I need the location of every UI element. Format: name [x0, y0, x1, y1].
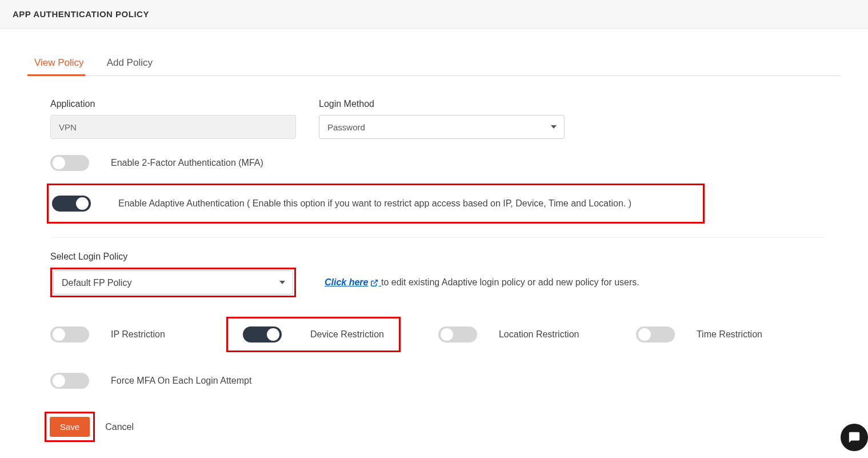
force-mfa-toggle[interactable]	[50, 373, 89, 389]
adaptive-toggle[interactable]	[52, 196, 91, 212]
device-restriction-label: Device Restriction	[310, 329, 384, 340]
login-policy-select[interactable]: Default FP Policy	[53, 270, 293, 294]
location-restriction-toggle[interactable]	[438, 326, 477, 342]
adaptive-highlight: Enable Adaptive Authentication ( Enable …	[47, 184, 705, 224]
external-link-icon	[370, 279, 378, 287]
tab-view-policy[interactable]: View Policy	[27, 51, 100, 75]
policy-link-text: Click here to edit existing Adaptive log…	[325, 277, 639, 288]
ip-restriction-toggle[interactable]	[50, 326, 89, 342]
mfa-toggle-label: Enable 2-Factor Authentication (MFA)	[111, 158, 263, 168]
chat-widget[interactable]	[841, 424, 868, 451]
device-restriction-highlight: Device Restriction	[226, 317, 401, 352]
cancel-button[interactable]: Cancel	[105, 422, 134, 432]
click-here-link[interactable]: Click here	[325, 277, 381, 287]
login-method-label: Login Method	[319, 99, 565, 109]
ip-restriction-label: IP Restriction	[111, 329, 165, 340]
login-method-select[interactable]: Password	[319, 115, 565, 139]
select-login-policy-label: Select Login Policy	[50, 252, 825, 262]
time-restriction-label: Time Restriction	[697, 329, 762, 340]
save-button[interactable]: Save	[50, 417, 90, 437]
svg-line-0	[374, 280, 377, 284]
tabs: View Policy Add Policy	[27, 51, 841, 76]
section-divider	[50, 237, 825, 238]
page-title: APP AUTHENTICATION POLICY	[13, 9, 855, 19]
form-section: Application Login Method Password Enable…	[27, 99, 841, 442]
login-policy-highlight: Default FP Policy	[50, 268, 296, 297]
page-header: APP AUTHENTICATION POLICY	[0, 0, 868, 29]
tab-add-policy[interactable]: Add Policy	[100, 51, 169, 75]
save-highlight: Save	[45, 412, 95, 442]
mfa-toggle[interactable]	[50, 155, 89, 171]
location-restriction-label: Location Restriction	[499, 329, 579, 340]
content-area: View Policy Add Policy Application Login…	[0, 29, 868, 458]
application-input[interactable]	[50, 115, 296, 139]
chat-icon	[848, 431, 861, 444]
device-restriction-toggle[interactable]	[243, 326, 282, 342]
adaptive-toggle-label: Enable Adaptive Authentication ( Enable …	[118, 198, 631, 209]
force-mfa-label: Force MFA On Each Login Attempt	[111, 376, 251, 386]
application-label: Application	[50, 99, 296, 109]
time-restriction-toggle[interactable]	[636, 326, 675, 342]
